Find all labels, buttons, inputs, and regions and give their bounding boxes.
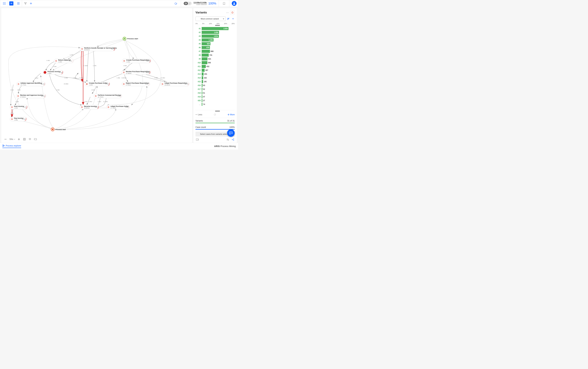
node-create-po[interactable]: Create Purchase Order1.34hr77.9% — [85, 82, 110, 86]
variant-bar-row[interactable]: #7868 — [196, 49, 235, 53]
zoom-out-icon[interactable] — [4, 137, 7, 141]
map-icon[interactable] — [34, 137, 37, 141]
node-adapt-po[interactable]: Adapt Purchase Order17.79min0.4% — [107, 105, 129, 109]
svg-point-71 — [123, 72, 124, 73]
bar-fill: 74 — [202, 103, 202, 106]
variant-bar-row[interactable]: #41.26k — [196, 38, 235, 42]
node-post-invoice[interactable]: Post Invoice1.41hr76.2% — [10, 105, 28, 109]
bar-fill: 432 — [202, 65, 206, 68]
zoom-level[interactable]: 70% — [9, 138, 15, 140]
svg-text:1.55d: 1.55d — [17, 89, 21, 91]
bar-fill: 307 — [202, 69, 205, 72]
app-launcher-icon[interactable] — [1, 1, 7, 6]
settings-icon[interactable] — [226, 138, 230, 141]
node-create-pr[interactable]: Create Purchase Requisition1.22hr58.0% — [122, 59, 151, 63]
add-icon[interactable] — [28, 1, 34, 6]
variants-stat: Variants 31 of 31 — [196, 118, 235, 123]
variant-bar-row[interactable]: #1851 — [196, 91, 235, 95]
filter-icon[interactable] — [23, 1, 28, 6]
project-button[interactable]: TE — [9, 1, 14, 6]
node-receive-invoice[interactable]: Receive Invoice38.89min78.6% — [80, 105, 99, 109]
process-canvas[interactable]: 1.12d 1.44d 1.36d 1.19wk 1.54d 1.60d 1.4… — [1, 8, 192, 143]
bar-track: 868 — [202, 50, 235, 53]
top-scroll-handle[interactable] — [215, 25, 220, 26]
help-fab[interactable]: ? — [227, 129, 235, 137]
user-avatar[interactable] — [232, 1, 236, 6]
layers-icon[interactable] — [28, 137, 32, 141]
node-adapt-pr[interactable]: Adapt Purchase Requisition28.89min16.1% — [160, 82, 189, 86]
variant-bar-row[interactable]: #13201 — [196, 72, 235, 76]
node-pay-invoice[interactable]: Pay Invoice1.25hr76.2% — [10, 117, 27, 121]
eye-icon — [184, 2, 188, 5]
sort-dropdown[interactable]: Most common variant — [196, 17, 226, 21]
variant-bar-row[interactable]: #11432 — [196, 64, 235, 68]
more-icon[interactable]: ⋯ — [226, 11, 229, 14]
svg-text:1.26hr: 1.26hr — [58, 61, 62, 63]
variant-bar-row[interactable]: #9621 — [196, 57, 235, 61]
variant-bar-row[interactable]: #2027 — [196, 99, 235, 102]
process-graph[interactable]: 1.12d 1.44d 1.36d 1.19wk 1.54d 1.60d 1.4… — [1, 8, 192, 143]
svg-text:1.25hr: 1.25hr — [14, 119, 18, 121]
svg-text:1.46d: 1.46d — [117, 77, 120, 79]
variant-bar-row[interactable]: #31.81k — [196, 34, 235, 38]
variant-bar-row[interactable]: ...74 — [196, 102, 235, 106]
bookmark-icon[interactable] — [221, 1, 227, 6]
bottom-scroll-handle[interactable] — [215, 111, 220, 112]
variant-bar-row[interactable]: #1683 — [196, 83, 235, 87]
node-commercial-review[interactable]: Perform Commercial Review22.79min2.3% — [94, 94, 122, 98]
less-button[interactable]: Less — [196, 113, 202, 116]
bar-chart-icon[interactable] — [227, 18, 230, 20]
gauge-icon[interactable] — [213, 113, 217, 116]
bar-fill: 47 — [202, 95, 202, 98]
process-start-node[interactable]: Process start — [123, 37, 138, 41]
svg-point-154 — [233, 139, 234, 139]
variant-bar-row[interactable]: #1947 — [196, 95, 235, 99]
node-process-invoice[interactable]: Process Invoice2.45hr77.3% — [43, 70, 63, 74]
bar-fill: 929 — [202, 42, 210, 45]
svg-text:21.98min: 21.98min — [126, 73, 132, 74]
menu-icon[interactable] — [16, 1, 21, 6]
svg-text:1.62d: 1.62d — [91, 89, 95, 91]
variant-bar-row[interactable]: #14162 — [196, 76, 235, 80]
visibility-toggle[interactable] — [184, 1, 192, 5]
refresh-icon[interactable] — [173, 1, 178, 6]
node-review-invoice[interactable]: Review and Approve Invoice47.99min30.3% — [16, 94, 46, 98]
svg-text:1.45d: 1.45d — [88, 101, 92, 102]
tab-process-explorer[interactable]: Process explorer — [2, 144, 21, 148]
process-end-node[interactable]: Process end — [51, 128, 66, 131]
variant-bar-row[interactable]: #5929 — [196, 42, 235, 46]
top-scroll-track[interactable] — [196, 25, 235, 26]
variant-bar-row[interactable]: #12.83k — [196, 27, 235, 31]
variant-bar-row[interactable]: #10590 — [196, 61, 235, 64]
share-icon[interactable] — [231, 138, 235, 141]
svg-text:1.22wk: 1.22wk — [79, 77, 84, 79]
svg-text:1.22hr: 1.22hr — [126, 61, 130, 63]
node-initiate-approval[interactable]: Initiate Approval Workflow21.77min30.3% — [17, 82, 46, 86]
chevron-down-icon[interactable] — [231, 17, 235, 20]
zoom-in-icon[interactable] — [17, 137, 21, 141]
bottom-scroll-track[interactable] — [196, 110, 235, 112]
svg-rect-0 — [3, 2, 4, 3]
svg-point-89 — [123, 84, 124, 84]
variant-bar-row[interactable]: #21.83k — [196, 31, 235, 34]
export-icon[interactable] — [196, 138, 199, 141]
node-return-material[interactable]: Return Material1.26hr2.4% — [54, 59, 74, 63]
svg-text:77.3%: 77.3% — [59, 72, 63, 73]
variant-bar-row[interactable]: #6878 — [196, 46, 235, 49]
svg-text:23.98hr: 23.98hr — [64, 83, 69, 85]
node-goods-receipt[interactable]: Perform Goods Receipt or Service Entry38… — [80, 47, 117, 51]
bar-track: 201 — [202, 72, 235, 76]
bar-label: #6 — [196, 47, 201, 49]
svg-point-48 — [82, 49, 83, 49]
node-reject-pr[interactable]: Reject Purchase Requisition6.74min5.3% — [122, 82, 150, 86]
variant-bar-row[interactable]: #8741 — [196, 53, 235, 57]
variant-bar-row[interactable]: #12307 — [196, 68, 235, 72]
variant-bar-row[interactable]: #1752 — [196, 87, 235, 91]
variant-bar-row[interactable]: #15145 — [196, 80, 235, 83]
fit-icon[interactable] — [23, 137, 26, 141]
more-button[interactable]: More — [228, 113, 235, 116]
node-review-pr[interactable]: Review Purchase Requisition21.98min58.0% — [122, 70, 151, 74]
svg-rect-143 — [227, 20, 228, 20]
clock-icon[interactable] — [230, 10, 235, 15]
cases-percent: 100% — [208, 2, 216, 5]
